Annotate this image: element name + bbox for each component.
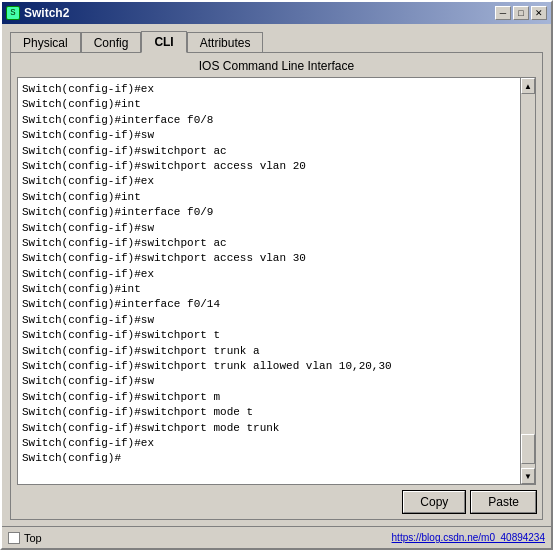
terminal-output[interactable]: Switch(config-if)#ex Switch(config)#int … xyxy=(17,77,520,485)
tab-config[interactable]: Config xyxy=(81,32,142,54)
tab-attributes[interactable]: Attributes xyxy=(187,32,264,54)
copy-button[interactable]: Copy xyxy=(403,491,465,513)
csdn-link[interactable]: https://blog.csdn.ne/m0_40894234 xyxy=(392,532,545,543)
window-title: Switch2 xyxy=(24,6,69,20)
terminal-wrapper: Switch(config-if)#ex Switch(config)#int … xyxy=(17,77,536,485)
title-bar-buttons: ─ □ ✕ xyxy=(495,6,547,20)
button-row: Copy Paste xyxy=(17,491,536,513)
app-icon: S xyxy=(6,6,20,20)
tab-cli[interactable]: CLI xyxy=(141,31,186,53)
title-bar: S Switch2 ─ □ ✕ xyxy=(2,2,551,24)
cli-title: IOS Command Line Interface xyxy=(17,59,536,73)
maximize-button[interactable]: □ xyxy=(513,6,529,20)
scrollbar[interactable]: ▲ ▼ xyxy=(520,77,536,485)
tab-physical[interactable]: Physical xyxy=(10,32,81,54)
paste-button[interactable]: Paste xyxy=(471,491,536,513)
close-button[interactable]: ✕ xyxy=(531,6,547,20)
title-bar-left: S Switch2 xyxy=(6,6,69,20)
scrollbar-track-area xyxy=(521,94,535,468)
top-label: Top xyxy=(24,532,42,544)
minimize-button[interactable]: ─ xyxy=(495,6,511,20)
scroll-down-button[interactable]: ▼ xyxy=(521,468,535,484)
bottom-bar: Top https://blog.csdn.ne/m0_40894234 xyxy=(2,526,551,548)
tab-bar: Physical Config CLI Attributes xyxy=(10,30,543,52)
main-window: S Switch2 ─ □ ✕ Physical Config CLI Attr… xyxy=(0,0,553,550)
top-checkbox[interactable] xyxy=(8,532,20,544)
bottom-left: Top xyxy=(8,532,42,544)
window-body: Physical Config CLI Attributes IOS Comma… xyxy=(2,24,551,526)
scroll-up-button[interactable]: ▲ xyxy=(521,78,535,94)
content-area: IOS Command Line Interface Switch(config… xyxy=(10,52,543,520)
scrollbar-thumb[interactable] xyxy=(521,434,535,464)
